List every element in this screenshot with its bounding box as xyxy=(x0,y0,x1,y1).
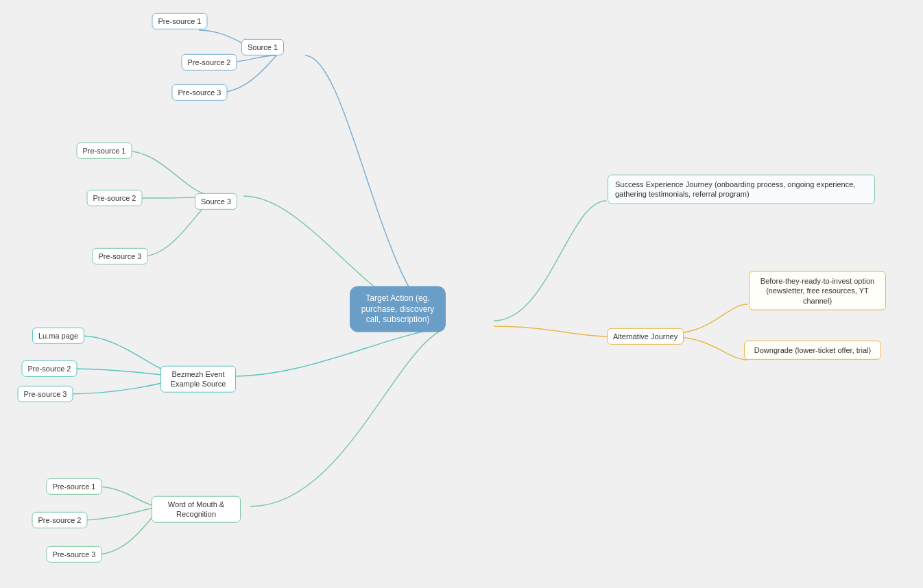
alternative-node: Alternative Journey xyxy=(607,328,684,345)
presource1-3-node: Pre-source 3 xyxy=(172,84,228,101)
luma-node: Lu.ma page xyxy=(32,328,84,344)
source1-node: Source 1 xyxy=(241,39,284,56)
presource-w2-node: Pre-source 2 xyxy=(32,512,88,528)
downgrade-node: Downgrade (lower-ticket offer, trial) xyxy=(744,341,881,360)
wom-node: Word of Mouth & Recognition xyxy=(152,496,241,523)
center-node: Target Action (eg. purchase, discovery c… xyxy=(350,286,446,332)
presource1-2-node: Pre-source 2 xyxy=(182,54,237,71)
presource3-3-node: Pre-source 3 xyxy=(93,248,148,265)
bezmezh-node: Bezmezh Event Example Source xyxy=(160,366,236,393)
presource-w1-node: Pre-source 1 xyxy=(47,478,102,495)
success-node: Success Experience Journey (onboarding p… xyxy=(608,175,875,204)
presource3-2-node: Pre-source 2 xyxy=(87,190,143,206)
source3-node: Source 3 xyxy=(195,193,237,210)
presource3-1-node: Pre-source 1 xyxy=(77,143,132,159)
presource1-1-node: Pre-source 1 xyxy=(152,13,208,29)
presource-b2-node: Pre-source 2 xyxy=(22,360,77,377)
before-node: Before-they-ready-to-invest option (news… xyxy=(749,271,886,310)
presource-b3-node: Pre-source 3 xyxy=(18,386,73,402)
presource-w3-node: Pre-source 3 xyxy=(47,546,102,563)
